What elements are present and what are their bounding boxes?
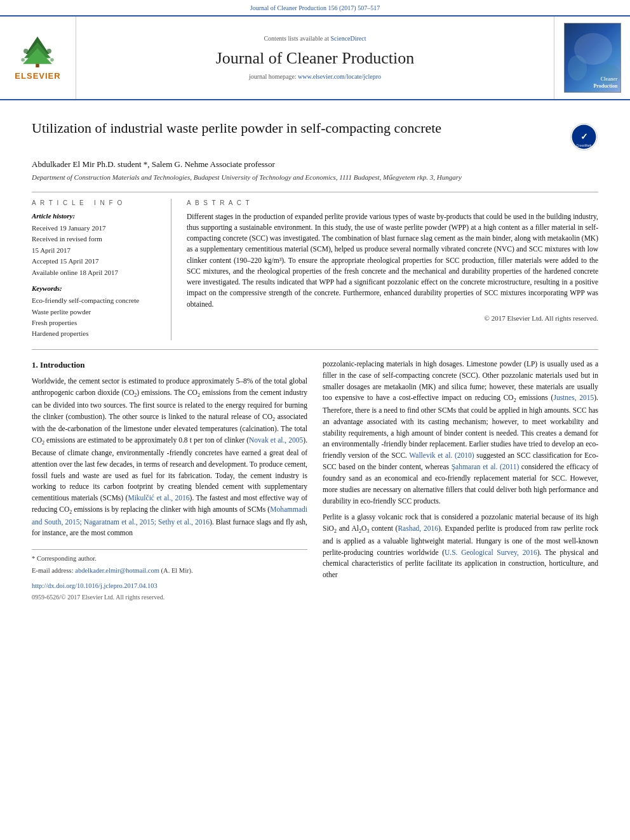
intro-text-perlite: Perlite is a glassy volcanic rock that i… xyxy=(323,512,598,581)
usgs-ref[interactable]: U.S. Geological Survey, 2016 xyxy=(445,549,537,556)
svg-point-7 xyxy=(51,58,55,62)
available-online-date: Available online 18 April 2017 xyxy=(32,268,161,277)
received-revised-label: Received in revised form xyxy=(32,234,161,244)
journal-title-area: Contents lists available at ScienceDirec… xyxy=(76,17,554,99)
email-link[interactable]: abdelkader.elmir@hotmail.com xyxy=(75,567,159,574)
journal-cover-image: Cleaner Production xyxy=(564,23,621,93)
homepage-link[interactable]: www.elsevier.com/locate/jclepro xyxy=(298,73,381,80)
sciencedirect-link[interactable]: Contents lists available at ScienceDirec… xyxy=(264,34,366,43)
justnes-ref[interactable]: Justnes, 2015 xyxy=(553,394,594,401)
crossmark-icon: ✓ CrossMark xyxy=(570,123,598,151)
article-title: Utilization of industrial waste perlite … xyxy=(32,119,560,138)
elsevier-tree-icon xyxy=(15,34,60,69)
article-info-label: A R T I C L E I N F O xyxy=(32,199,161,208)
svg-point-6 xyxy=(22,58,25,62)
section-divider xyxy=(32,349,598,350)
abstract-label: A B S T R A C T xyxy=(187,199,598,208)
footnote-email: E-mail address: abdelkader.elmir@hotmail… xyxy=(32,566,307,576)
footnote-section: * Corresponding author. E-mail address: … xyxy=(32,549,307,601)
intro-text-col2: pozzolanic-replacing materials in high d… xyxy=(323,359,598,507)
journal-cover-text: Cleaner Production xyxy=(593,76,617,90)
wallevik-ref[interactable]: Wallevik et al. (2010) xyxy=(409,451,474,459)
elsevier-logo: ELSEVIER xyxy=(15,34,60,82)
revised-date: 15 April 2017 xyxy=(32,246,161,255)
article-title-section: Utilization of industrial waste perlite … xyxy=(32,119,598,151)
intro-heading: 1. Introduction xyxy=(32,359,307,371)
journal-title: Journal of Cleaner Production xyxy=(216,47,415,70)
rashad-ref[interactable]: Rashad, 2016 xyxy=(398,524,438,532)
svg-point-4 xyxy=(23,49,28,53)
authors: Abdulkader El Mir Ph.D. student *, Salem… xyxy=(32,159,598,170)
journal-reference: Journal of Cleaner Production 156 (2017)… xyxy=(0,0,630,17)
article-info-column: A R T I C L E I N F O Article history: R… xyxy=(32,199,171,340)
keyword-4: Hardened properties xyxy=(32,329,161,338)
abstract-text: Different stages in the production of ex… xyxy=(187,211,598,310)
journal-header: ELSEVIER Contents lists available at Sci… xyxy=(0,17,630,100)
mohammadi-ref[interactable]: Mohammadi and South, 2015; Nagaratnam et… xyxy=(32,505,307,526)
journal-homepage: journal homepage: www.elsevier.com/locat… xyxy=(249,72,381,81)
received-date: Received 19 January 2017 xyxy=(32,223,161,233)
footnote-corresponding: * Corresponding author. xyxy=(32,554,307,564)
body-left-column: 1. Introduction Worldwide, the cement se… xyxy=(32,359,307,602)
doi-link[interactable]: http://dx.doi.org/10.1016/j.jclepro.2017… xyxy=(32,581,307,591)
accepted-date: Accepted 15 April 2017 xyxy=(32,257,161,266)
sahmaran-ref[interactable]: Şahmaran et al. (2011) xyxy=(452,463,519,470)
main-content: Utilization of industrial waste perlite … xyxy=(0,100,630,615)
issn-line: 0959-6526/© 2017 Elsevier Ltd. All right… xyxy=(32,592,307,602)
elsevier-logo-area: ELSEVIER xyxy=(0,17,76,99)
svg-text:CrossMark: CrossMark xyxy=(576,143,592,147)
affiliation: Department of Construction Materials and… xyxy=(32,173,598,182)
keyword-1: Eco-friendly self-compacting concrete xyxy=(32,296,161,305)
crossmark-badge[interactable]: ✓ CrossMark xyxy=(570,123,598,151)
article-history-title: Article history: xyxy=(32,211,161,221)
keywords-title: Keywords: xyxy=(32,284,161,293)
intro-text-col1: Worldwide, the cement sector is estimate… xyxy=(32,376,307,539)
keyword-3: Fresh properties xyxy=(32,318,161,328)
body-section: 1. Introduction Worldwide, the cement se… xyxy=(32,359,598,602)
article-info-abstract-section: A R T I C L E I N F O Article history: R… xyxy=(32,192,598,340)
copyright: © 2017 Elsevier Ltd. All rights reserved… xyxy=(187,314,598,323)
keyword-2: Waste perlite powder xyxy=(32,307,161,317)
elsevier-wordmark: ELSEVIER xyxy=(15,70,60,82)
svg-text:✓: ✓ xyxy=(580,131,588,142)
abstract-column: A B S T R A C T Different stages in the … xyxy=(187,199,598,340)
journal-cover-area: Cleaner Production xyxy=(554,17,630,99)
body-right-column: pozzolanic-replacing materials in high d… xyxy=(323,359,598,602)
novak-ref[interactable]: Novak et al., 2005 xyxy=(249,436,303,444)
svg-point-5 xyxy=(47,49,51,53)
mikulcic-ref[interactable]: Mikulčić et al., 2016 xyxy=(128,494,189,502)
sciencedirect-anchor[interactable]: ScienceDirect xyxy=(330,35,366,42)
